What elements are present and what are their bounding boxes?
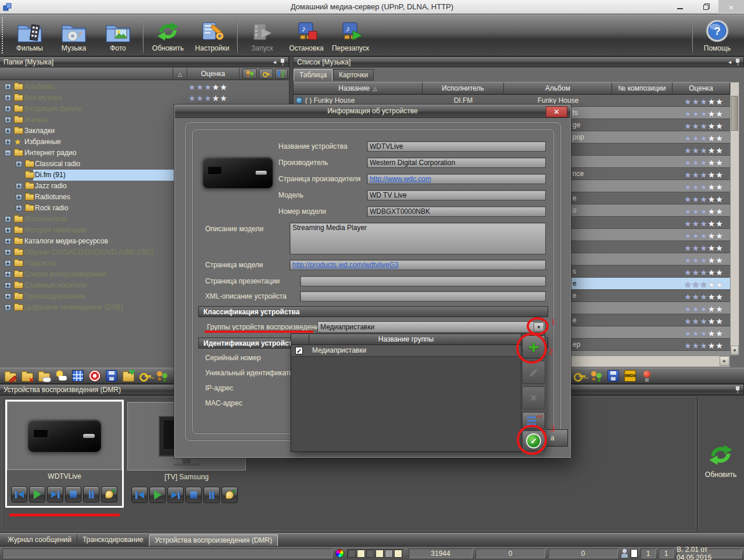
expand-icon[interactable]: +	[5, 227, 11, 234]
folder-cloud-icon[interactable]	[38, 373, 50, 382]
vertical-scrollbar[interactable]: ▼	[730, 82, 739, 356]
refresh-button[interactable]: Обновить	[146, 17, 190, 54]
stop-button[interactable]	[185, 487, 202, 503]
rating-stars[interactable]: ★★★★★	[684, 242, 724, 254]
expand-icon[interactable]: +	[16, 161, 22, 167]
expand-icon[interactable]: +	[5, 117, 11, 123]
stop-button[interactable]	[65, 486, 81, 502]
dmr-device-card[interactable]: WDTVLive+	[5, 400, 124, 508]
rating-stars[interactable]: ★★★★★	[684, 157, 724, 169]
expand-icon[interactable]: +	[5, 260, 11, 267]
column-album[interactable]: Альбом	[504, 82, 612, 95]
name-column-header[interactable]	[0, 68, 173, 80]
pin-icon[interactable]	[735, 59, 740, 66]
add-button[interactable]: +	[221, 487, 238, 503]
users-icon[interactable]	[591, 370, 602, 382]
lifebuoy-icon[interactable]	[89, 370, 101, 382]
rating-stars[interactable]: ★★★★★	[684, 132, 724, 145]
collapse-icon[interactable]: −	[5, 150, 11, 156]
minimize-button[interactable]	[667, 0, 693, 14]
rating-stars[interactable]: ★★★★★	[684, 206, 724, 218]
confirm-button[interactable]: ✓	[522, 430, 545, 451]
rating-stars[interactable]: ★★★★★	[684, 267, 724, 279]
sort-column-header[interactable]: △	[173, 68, 187, 80]
expand-icon[interactable]: +	[16, 183, 22, 189]
save-icon[interactable]	[106, 370, 117, 382]
check-all-button[interactable]	[522, 412, 545, 429]
rating-stars[interactable]: ★★★★★	[684, 169, 724, 181]
folder-edit-icon[interactable]	[5, 373, 16, 382]
combobox-dropdown-button[interactable]: ▼	[534, 322, 544, 332]
column-artist[interactable]: Исполнитель	[423, 82, 504, 95]
settings-button[interactable]: Настройки	[190, 17, 234, 54]
key-filter-button[interactable]	[259, 69, 273, 79]
field-input[interactable]	[300, 291, 546, 301]
color-wheel-icon[interactable]	[335, 549, 344, 558]
column-name[interactable]: Название△	[294, 82, 423, 95]
expand-icon[interactable]: +	[5, 304, 11, 311]
play-button[interactable]	[29, 486, 45, 502]
expand-icon[interactable]: +	[5, 216, 11, 222]
expand-icon[interactable]: +	[5, 84, 11, 90]
folder-delete-icon[interactable]	[22, 373, 33, 382]
expand-icon[interactable]: +	[16, 194, 22, 200]
help-button[interactable]: ? Помощь	[695, 17, 739, 54]
collapse-icon[interactable]: ◄	[727, 57, 732, 67]
expand-icon[interactable]: +	[5, 106, 11, 112]
dmr-refresh-button[interactable]: Обновить	[701, 442, 741, 479]
expand-icon[interactable]: +	[5, 282, 11, 289]
toolbar-grip[interactable]	[2, 17, 5, 53]
column-track-number[interactable]: № композиции	[612, 82, 673, 95]
rating-stars[interactable]: ★★★★★	[684, 218, 724, 230]
tab-table[interactable]: Таблица	[294, 69, 332, 81]
playback-groups-combobox[interactable]: Медиаприставки ▼	[317, 321, 545, 333]
rating-stars[interactable]: ★★★★★	[684, 145, 724, 157]
field-input[interactable]: http://www.wdc.com	[367, 174, 546, 184]
tree-item[interactable]: +Вся музыка★★★★★	[0, 92, 289, 103]
collapse-icon[interactable]: ◄	[272, 57, 277, 67]
photo-button[interactable]: Фото	[96, 17, 140, 54]
rating-stars[interactable]: ★★★★★	[684, 328, 724, 340]
prev-button[interactable]	[11, 486, 27, 502]
rating-stars[interactable]: ★★★★★	[684, 279, 724, 291]
users-filter-button[interactable]	[242, 69, 257, 79]
play-button[interactable]	[149, 487, 166, 503]
rating-stars[interactable]: ★★★★★	[684, 340, 724, 352]
field-input[interactable]: Streaming Media Player	[289, 222, 546, 254]
tree-item[interactable]: +Альбомы★★★★★	[0, 81, 289, 92]
save-icon[interactable]	[607, 370, 619, 382]
rating-stars[interactable]: ★★★★★	[684, 315, 724, 328]
add-button[interactable]: +	[101, 486, 117, 502]
rating-stars[interactable]: ★★★★★	[684, 254, 724, 267]
music-button[interactable]: ♪ Музыка	[52, 17, 96, 54]
restart-button[interactable]: ♪ Перезапуск	[328, 17, 373, 54]
add-group-button[interactable]: +	[522, 335, 545, 358]
rating-stars[interactable]: ★★★★★	[684, 230, 724, 242]
key-icon[interactable]	[140, 370, 151, 382]
folder-rating[interactable]: ★★★★★	[188, 93, 228, 105]
users-icon[interactable]	[156, 370, 168, 382]
scroll-right-button[interactable]: ►	[720, 356, 729, 366]
field-input[interactable]: Western Digital Corporation	[367, 157, 546, 168]
prev-button[interactable]	[131, 487, 148, 503]
rating-stars[interactable]: ★★★★★	[684, 291, 724, 303]
key-icon[interactable]	[574, 370, 585, 382]
field-input[interactable]	[300, 276, 546, 286]
weather-icon[interactable]	[55, 370, 67, 382]
expand-icon[interactable]: +	[5, 139, 11, 145]
expand-icon[interactable]: +	[5, 238, 11, 245]
rating-stars[interactable]: ★★★★★	[684, 108, 724, 120]
sort-button[interactable]	[275, 69, 288, 79]
folder-rating[interactable]: ★★★★★	[188, 82, 228, 94]
tab-transcoding[interactable]: Транскодирование	[77, 534, 149, 546]
expand-icon[interactable]: +	[5, 293, 11, 300]
field-input[interactable]: WDTVLive	[367, 141, 546, 152]
pin-icon[interactable]	[280, 59, 285, 66]
films-button[interactable]: Фильмы	[8, 17, 52, 54]
tab-dmr-devices[interactable]: Устройства воспроизведения (DMR)	[149, 534, 278, 546]
folder-open-icon[interactable]	[123, 373, 134, 382]
close-button[interactable]: ×	[718, 0, 744, 14]
rating-stars[interactable]: ★★★★★	[684, 303, 724, 315]
rating-stars[interactable]: ★★★★★	[684, 181, 724, 193]
lamp-icon[interactable]	[641, 370, 653, 382]
